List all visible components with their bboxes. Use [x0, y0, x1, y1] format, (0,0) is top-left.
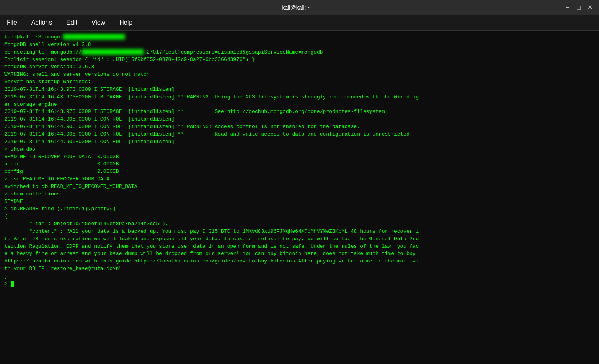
terminal-line-show-dbs: > show dbs — [4, 146, 595, 153]
terminal-line: 2019-07-31T14:16:44.905+0000 I CONTROL [… — [4, 123, 595, 131]
terminal-line: config 0.000GB — [4, 168, 595, 176]
terminal-line: README — [4, 198, 595, 206]
terminal-line-use-db: > use READ_ME_TO_RECOVER_YOUR_DATA — [4, 176, 595, 183]
cursor-blink — [11, 281, 14, 287]
terminal-line: 2019-07-31T14:16:44.905+0000 I CONTROL [… — [4, 131, 595, 138]
terminal-line: 2019-07-31T14:16:43.973+0000 I STORAGE [… — [4, 86, 595, 94]
terminal-line: th your DB IP: restore_base@tuta.io\n" — [4, 265, 595, 273]
terminal-line-find: > db.README.find().limit(1).pretty() — [4, 205, 595, 213]
menu-file[interactable]: File — [4, 17, 20, 28]
terminal-line-show-collections: > show collections — [4, 191, 595, 198]
terminal-line: WARNING: shell and server versions do no… — [4, 71, 595, 79]
terminal-prompt-line: > — [4, 280, 595, 288]
window-title: kali@kali: ~ — [29, 4, 564, 11]
terminal-line: kali@kali:~$ mongo ████████████████████ — [4, 34, 595, 41]
terminal-line-content: "content" : "All your data is a backed u… — [4, 228, 595, 236]
terminal-window: kali@kali: ~ − □ ✕ File Actions Edit Vie… — [0, 0, 599, 364]
terminal-line: tection Regulation, GDPR and notify them… — [4, 243, 595, 251]
terminal-line: er storage engine — [4, 101, 595, 109]
terminal-output[interactable]: kali@kali:~$ mongo ████████████████████ … — [0, 31, 599, 364]
terminal-line: 2019-07-31T14:16:43.973+0000 I STORAGE [… — [4, 94, 595, 101]
menu-edit[interactable]: Edit — [63, 17, 80, 28]
menu-view[interactable]: View — [88, 17, 108, 28]
terminal-line: READ_ME_TO_RECOVER_YOUR_DATA 0.000GB — [4, 153, 595, 161]
terminal-line: } — [4, 273, 595, 280]
terminal-line: admin 0.000GB — [4, 161, 595, 168]
window-controls: − □ ✕ — [564, 4, 594, 11]
menu-actions[interactable]: Actions — [28, 17, 55, 28]
terminal-line: Implicit session: session { "id" : UUID(… — [4, 56, 595, 64]
terminal-line: connecting to: mongodb://███████████████… — [4, 49, 595, 56]
terminal-line: e a heavy fine or arrest and your base d… — [4, 250, 595, 258]
terminal-line: https://localbitcoins.com with this guid… — [4, 258, 595, 265]
terminal-line: switched to db READ_ME_TO_RECOVER_YOUR_D… — [4, 183, 595, 191]
minimize-button[interactable]: − — [564, 4, 572, 11]
terminal-line: "_id" : ObjectId("5eef9140ef89a7ba214f2c… — [4, 220, 595, 228]
terminal-line: 2019-07-31T14:16:44.905+0000 I CONTROL [… — [4, 116, 595, 123]
terminal-line: Server has startup warnings: — [4, 79, 595, 86]
close-button[interactable]: ✕ — [586, 4, 594, 11]
terminal-line: MongoDB shell version v4.2.8 — [4, 41, 595, 49]
terminal-line: MongoDB server version: 3.6.3 — [4, 63, 595, 71]
maximize-button[interactable]: □ — [575, 4, 583, 11]
terminal-line: { — [4, 213, 595, 220]
terminal-line: 2019-07-31T14:16:44.905+0000 I CONTROL [… — [4, 138, 595, 146]
terminal-line: t. After 48 hours expiration we will lea… — [4, 236, 595, 243]
menu-help[interactable]: Help — [116, 17, 136, 28]
terminal-line: 2019-07-31T14:16:43.973+0000 I STORAGE [… — [4, 108, 595, 116]
menu-bar: File Actions Edit View Help — [0, 15, 599, 31]
title-bar: kali@kali: ~ − □ ✕ — [0, 0, 599, 15]
